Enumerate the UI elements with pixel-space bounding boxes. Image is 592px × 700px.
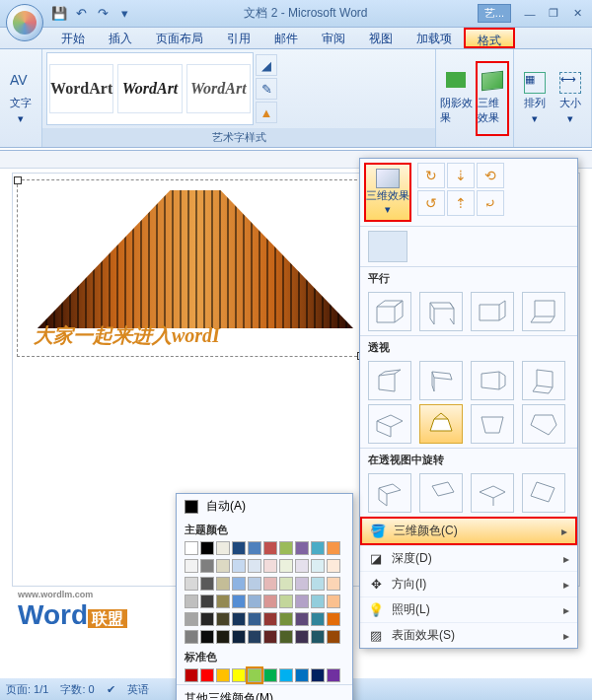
qat-redo-icon[interactable]: ↷: [93, 4, 112, 24]
status-lang[interactable]: 英语: [127, 682, 149, 697]
color-swatch[interactable]: [248, 541, 261, 555]
menu-lighting[interactable]: 💡 照明(L) ▸: [360, 596, 577, 622]
persp-4[interactable]: [522, 361, 565, 400]
rot-persp-2[interactable]: [419, 473, 463, 513]
menu-surface[interactable]: ▨ 表面效果(S) ▸: [360, 622, 577, 648]
color-swatch[interactable]: [200, 577, 214, 591]
color-swatch[interactable]: [216, 559, 230, 573]
color-swatch[interactable]: [200, 595, 214, 608]
color-swatch[interactable]: [232, 595, 246, 608]
tab-addins[interactable]: 加载项: [405, 28, 464, 48]
menu-direction[interactable]: ✥ 方向(I) ▸: [360, 571, 577, 596]
3d-effects-button[interactable]: 三维效果: [476, 61, 509, 136]
persp-5[interactable]: [368, 404, 411, 444]
status-page[interactable]: 页面: 1/1: [6, 682, 48, 697]
3d-effects-gallery-button[interactable]: 三维效果 ▾: [364, 163, 411, 222]
tab-references[interactable]: 引用: [215, 28, 262, 48]
color-auto[interactable]: 自动(A): [177, 494, 352, 519]
color-swatch[interactable]: [295, 612, 309, 626]
color-swatch[interactable]: [327, 541, 340, 555]
minimize-button[interactable]: —: [519, 5, 541, 23]
color-swatch[interactable]: [263, 559, 277, 573]
color-swatch[interactable]: [263, 668, 277, 682]
color-swatch[interactable]: [232, 577, 246, 591]
tab-insert[interactable]: 插入: [97, 28, 144, 48]
color-swatch[interactable]: [248, 668, 261, 682]
size-button[interactable]: ⟷ 大小▾: [554, 61, 587, 136]
persp-6-selected[interactable]: [419, 404, 463, 444]
color-swatch[interactable]: [248, 612, 261, 626]
color-swatch[interactable]: [232, 630, 246, 644]
color-swatch[interactable]: [263, 541, 277, 555]
color-swatch[interactable]: [311, 630, 325, 644]
color-swatch[interactable]: [185, 595, 198, 608]
persp-3[interactable]: [471, 361, 514, 400]
color-swatch[interactable]: [200, 630, 214, 644]
tilt-reset-icon[interactable]: ⟲: [477, 163, 504, 188]
color-swatch[interactable]: [216, 541, 230, 555]
color-swatch[interactable]: [279, 577, 293, 591]
menu-depth[interactable]: ◪ 深度(D) ▸: [360, 545, 577, 571]
color-swatch[interactable]: [295, 595, 309, 608]
more-colors[interactable]: 其他三维颜色(M)...: [177, 684, 352, 700]
shadow-effects-button[interactable]: 阴影效果: [440, 61, 474, 136]
color-swatch[interactable]: [200, 612, 214, 626]
color-swatch[interactable]: [279, 630, 293, 644]
color-swatch[interactable]: [295, 630, 309, 644]
color-swatch[interactable]: [232, 612, 246, 626]
color-swatch[interactable]: [248, 559, 261, 573]
color-swatch[interactable]: [311, 577, 325, 591]
color-swatch[interactable]: [311, 595, 325, 608]
color-swatch[interactable]: [248, 630, 261, 644]
change-shape-button[interactable]: ▲: [256, 102, 277, 123]
tab-home[interactable]: 开始: [49, 28, 97, 48]
color-swatch[interactable]: [232, 541, 246, 555]
color-swatch[interactable]: [311, 612, 325, 626]
tilt-up-icon[interactable]: ⇡: [447, 190, 475, 216]
color-swatch[interactable]: [279, 668, 293, 682]
tilt-more-icon[interactable]: ⤾: [477, 190, 504, 216]
edit-text-button[interactable]: AV 文字▾: [4, 61, 37, 136]
color-swatch[interactable]: [185, 577, 198, 591]
color-swatch[interactable]: [327, 595, 340, 608]
tilt-left-icon[interactable]: ↻: [417, 163, 445, 188]
color-swatch[interactable]: [248, 577, 261, 591]
qat-undo-icon[interactable]: ↶: [71, 4, 91, 24]
rot-persp-3[interactable]: [471, 473, 514, 513]
color-swatch[interactable]: [263, 595, 277, 608]
color-swatch[interactable]: [185, 559, 198, 573]
close-button[interactable]: ✕: [566, 5, 588, 23]
tab-review[interactable]: 审阅: [310, 28, 357, 48]
color-swatch[interactable]: [200, 668, 214, 682]
color-swatch[interactable]: [327, 612, 340, 626]
color-swatch[interactable]: [279, 559, 293, 573]
color-swatch[interactable]: [295, 541, 309, 555]
status-words[interactable]: 字数: 0: [60, 682, 94, 697]
color-swatch[interactable]: [185, 541, 198, 555]
shape-fill-button[interactable]: ◢: [256, 54, 277, 76]
color-swatch[interactable]: [295, 559, 309, 573]
tab-layout[interactable]: 页面布局: [144, 28, 215, 48]
color-swatch[interactable]: [311, 559, 325, 573]
rot-persp-1[interactable]: [368, 473, 411, 513]
restore-button[interactable]: ❐: [543, 5, 564, 23]
color-swatch[interactable]: [327, 668, 340, 682]
menu-3d-color[interactable]: 🪣 三维颜色(C) ▸: [360, 517, 577, 545]
parallel-2[interactable]: [419, 292, 463, 331]
persp-2[interactable]: [419, 361, 463, 400]
persp-8[interactable]: [522, 404, 565, 444]
color-swatch[interactable]: [216, 595, 230, 608]
qat-dropdown-icon[interactable]: ▾: [114, 4, 134, 24]
color-swatch[interactable]: [327, 559, 340, 573]
color-swatch[interactable]: [327, 630, 340, 644]
color-swatch[interactable]: [263, 577, 277, 591]
color-swatch[interactable]: [200, 541, 214, 555]
color-swatch[interactable]: [216, 577, 230, 591]
color-swatch[interactable]: [295, 577, 309, 591]
wordart-selection[interactable]: 大家一起来进入wordI: [17, 179, 362, 357]
wordart-style-2[interactable]: WordArt: [117, 64, 182, 113]
color-swatch[interactable]: [232, 559, 246, 573]
persp-1[interactable]: [368, 361, 411, 400]
color-swatch[interactable]: [279, 595, 293, 608]
rot-persp-4[interactable]: [522, 473, 565, 513]
